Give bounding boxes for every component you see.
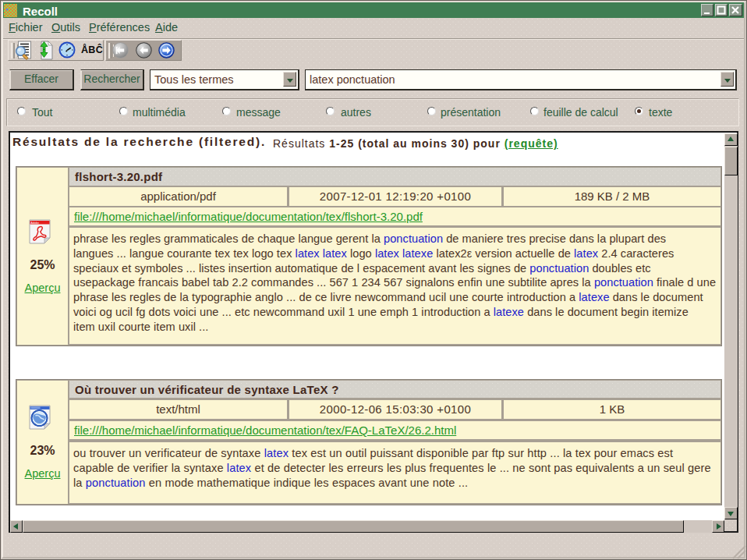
svg-text:Adobe: Adobe: [31, 222, 39, 225]
